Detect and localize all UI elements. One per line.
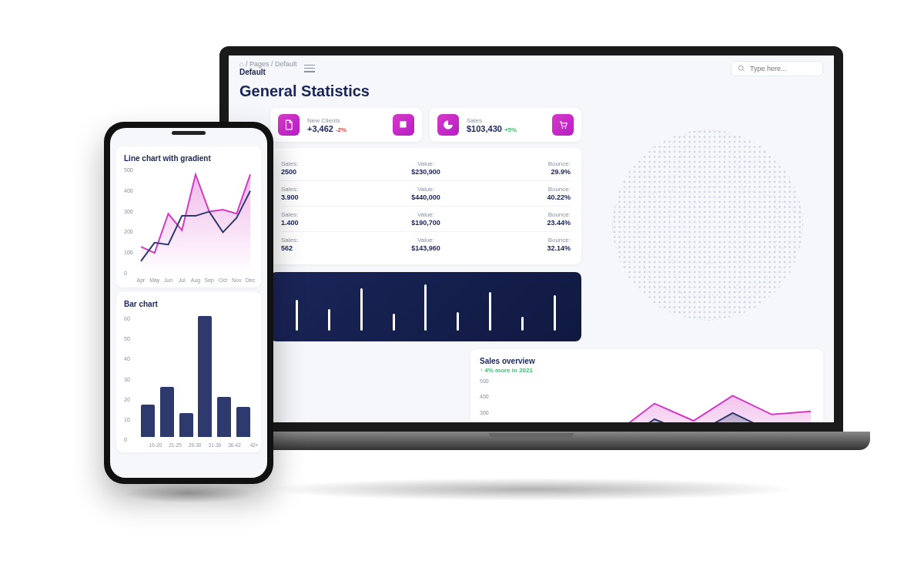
mini-bar [521, 317, 524, 331]
sales-overview-card[interactable]: Sales overview 4% more in 2021 010020030… [470, 349, 823, 432]
page-title: General Statistics [229, 78, 834, 108]
header-bar: ⌂ / Pages / Default Default [229, 55, 834, 78]
cell-bounce: Bounce:32.14% [474, 237, 571, 252]
stat-card-sales[interactable]: Sales $103,430+5% [430, 108, 581, 142]
stat-value: +3,462 [307, 124, 333, 133]
search-input[interactable] [750, 65, 812, 72]
table-row: Sales:1.400 Value:$190,700 Bounce:23.44% [281, 207, 571, 232]
stat-delta: -2% [336, 126, 346, 133]
cell-sales: Sales:562 [281, 237, 377, 252]
sales-overview-subtitle: 4% more in 2021 [480, 367, 814, 374]
bar [217, 397, 231, 437]
document-icon [278, 114, 300, 136]
mini-bar [296, 300, 298, 331]
mini-bar [457, 312, 459, 331]
cell-value: Value:$190,700 [377, 211, 474, 227]
cell-value: Value:$440,000 [377, 186, 474, 201]
edit-icon[interactable] [393, 114, 414, 136]
sales-overview-chart: 0100200300400500 [480, 378, 814, 432]
breadcrumb[interactable]: ⌂ / Pages / Default Default [239, 60, 296, 76]
cell-bounce: Bounce:29.9% [474, 160, 571, 176]
cell-value: Value:$230,900 [377, 160, 474, 176]
line-chart: 0100200300400500AprMayJunJulAugSepOctNov… [124, 167, 253, 283]
stat-card-new-clients[interactable]: New Clients +3,462-2% [270, 108, 422, 142]
bar-chart-card[interactable]: Bar chart 010203040506016-2021-2526-3031… [116, 292, 261, 452]
cell-bounce: Bounce:23.44% [474, 211, 571, 227]
svg-point-2 [562, 127, 564, 129]
laptop-device: ⌂ / Pages / Default Default General Stat… [192, 46, 870, 478]
line-chart-title: Line chart with gradient [124, 154, 253, 163]
stat-label: New Clients [307, 117, 385, 124]
svg-line-1 [742, 69, 744, 71]
phone-device: Line chart with gradient 010020030040050… [104, 122, 273, 484]
globe-icon [608, 125, 808, 325]
cell-sales: Sales:2500 [281, 160, 377, 176]
stat-delta: +5% [504, 126, 517, 133]
search-icon [738, 65, 745, 72]
bar [236, 407, 250, 437]
cell-sales: Sales:1.400 [281, 211, 377, 227]
bar-chart-title: Bar chart [124, 300, 253, 308]
pie-icon [437, 114, 459, 136]
mini-bar [554, 295, 556, 331]
phone-screen: Line chart with gradient 010020030040050… [110, 128, 267, 478]
line-chart-card[interactable]: Line chart with gradient 010020030040050… [116, 146, 261, 287]
cell-sales: Sales:3.900 [281, 186, 377, 201]
cart-icon[interactable] [552, 114, 574, 136]
stat-label: Sales [467, 117, 544, 124]
bar [160, 387, 174, 437]
mini-bar [489, 292, 491, 331]
metrics-table: Sales:2500 Value:$230,900 Bounce:29.9% S… [270, 148, 581, 264]
breadcrumb-path: ⌂ / Pages / Default [239, 60, 296, 68]
bar [198, 316, 212, 437]
laptop-base [192, 432, 870, 450]
breadcrumb-title: Default [239, 68, 296, 76]
table-row: Sales:562 Value:$143,960 Bounce:32.14% [281, 232, 571, 257]
stat-value: $103,430 [467, 124, 502, 133]
laptop-shadow [262, 478, 801, 501]
mini-bar [360, 288, 363, 331]
globe-visual [592, 108, 823, 341]
svg-point-0 [738, 66, 743, 70]
cell-value: Value:$143,960 [377, 237, 474, 252]
bar [141, 405, 155, 437]
bar [179, 413, 193, 437]
mini-bar [328, 309, 330, 331]
mini-bar-chart [270, 272, 581, 341]
search-box[interactable] [731, 61, 823, 76]
svg-point-5 [613, 129, 803, 320]
phone-shadow [123, 483, 254, 503]
cell-bounce: Bounce:40.22% [474, 186, 571, 201]
bar-chart: 010203040506016-2021-2526-3031-3636-4242… [124, 313, 253, 448]
table-row: Sales:2500 Value:$230,900 Bounce:29.9% [281, 156, 571, 181]
sales-overview-title: Sales overview [480, 357, 814, 365]
mini-bar [424, 284, 427, 331]
menu-icon[interactable] [304, 65, 315, 72]
table-row: Sales:3.900 Value:$440,000 Bounce:40.22% [281, 181, 571, 207]
laptop-screen: ⌂ / Pages / Default Default General Stat… [219, 46, 843, 432]
svg-point-3 [565, 127, 567, 129]
mini-bar [393, 314, 395, 331]
